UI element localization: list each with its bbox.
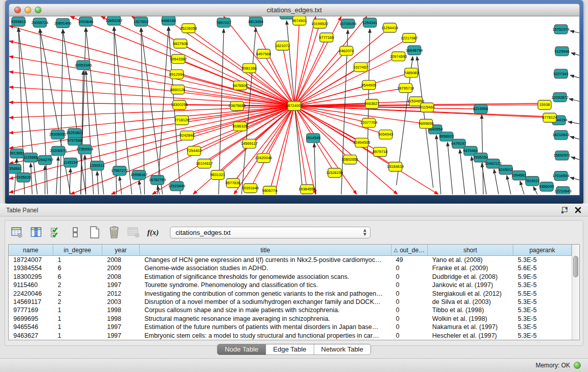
network-node-yellow[interactable]: 15184619	[387, 162, 404, 171]
network-canvas[interactable]: 9355813200557242089140620936461065328715…	[9, 16, 580, 195]
network-node-yellow[interactable]: 16104617	[196, 159, 213, 168]
network-node-teal[interactable]: 8813054	[249, 17, 264, 26]
scrollbar-thumb[interactable]	[573, 256, 578, 277]
black-citation-edge[interactable]	[447, 142, 452, 194]
network-node-teal[interactable]: 17016504	[552, 171, 569, 181]
network-node-yellow[interactable]: 8912954	[169, 70, 184, 79]
network-node-yellow[interactable]: 15938	[538, 100, 551, 110]
network-node-teal[interactable]: 10958167	[130, 170, 147, 180]
zoom-window-button[interactable]	[35, 7, 41, 13]
table-row[interactable]: 1830029562008Estimation of significance …	[9, 273, 572, 281]
network-node-yellow[interactable]: 1621072	[275, 41, 290, 50]
black-citation-edge[interactable]	[482, 163, 486, 194]
network-node-teal[interactable]: 16210643	[552, 130, 569, 140]
column-header-outde[interactable]: △out_de…	[391, 245, 428, 255]
black-citation-edge[interactable]	[60, 29, 63, 194]
tab-node-table[interactable]: Node Table	[217, 344, 266, 355]
black-citation-edge[interactable]	[437, 135, 441, 194]
network-node-yellow[interactable]: 18795718	[397, 83, 414, 93]
black-citation-edge[interactable]	[533, 187, 537, 194]
network-node-yellow[interactable]: 10802651	[341, 155, 358, 164]
table-row[interactable]: 977716911998Corpus callosum shape and si…	[9, 306, 572, 314]
network-node-teal[interactable]: 9356049	[539, 182, 554, 191]
red-citation-edge[interactable]	[294, 88, 406, 106]
network-node-teal[interactable]: 16782759	[149, 176, 166, 185]
network-node-yellow[interactable]: 2462074	[339, 46, 354, 55]
table-row[interactable]: 1456911722003Disruption of a novel membe…	[9, 298, 572, 306]
black-citation-edge[interactable]	[507, 176, 511, 194]
network-node-teal[interactable]: 20053346	[75, 60, 92, 70]
network-node-teal[interactable]: 9356561	[9, 164, 22, 173]
red-citation-edge[interactable]	[264, 54, 294, 106]
table-row[interactable]: 946362711997Embryonic stem cells: a mode…	[9, 332, 572, 340]
column-header-pagerank[interactable]: pagerank	[513, 245, 572, 255]
network-node-yellow[interactable]: 1027467	[353, 62, 368, 72]
black-citation-edge[interactable]	[570, 178, 579, 180]
black-citation-edge[interactable]	[120, 177, 122, 194]
float-panel-icon[interactable]	[560, 206, 569, 214]
network-node-teal[interactable]: 12210643	[554, 187, 571, 194]
network-node-teal[interactable]: 15751074	[552, 25, 569, 34]
network-node-yellow[interactable]: 7254402	[187, 146, 202, 156]
table-row[interactable]: 1872400712008Changes of HCN gene express…	[9, 256, 572, 264]
network-node-yellow[interactable]: 14569117	[241, 139, 258, 148]
row-mode-icon[interactable]	[69, 226, 82, 239]
black-citation-edge[interactable]	[571, 157, 579, 160]
close-window-button[interactable]	[14, 7, 21, 13]
red-citation-edge[interactable]	[294, 106, 357, 194]
black-citation-edge[interactable]	[139, 181, 141, 194]
network-node-teal[interactable]: 2935154	[473, 153, 488, 162]
network-node-teal[interactable]: 7919021	[525, 177, 540, 186]
new-document-icon[interactable]	[88, 226, 101, 239]
black-citation-edge[interactable]	[494, 169, 498, 194]
column-header-name[interactable]: name	[9, 245, 53, 255]
network-node-teal[interactable]: 12923446	[168, 182, 185, 191]
network-node-teal[interactable]: 17359924	[76, 145, 93, 154]
network-node-yellow[interactable]: 8860128	[170, 85, 185, 94]
black-citation-edge[interactable]	[56, 157, 58, 194]
network-node-yellow[interactable]: 8778124	[542, 113, 557, 122]
network-node-yellow[interactable]: 9806774	[263, 186, 277, 194]
red-citation-edge[interactable]	[180, 43, 294, 106]
network-node-teal[interactable]: 1115686	[24, 153, 38, 162]
network-node-teal[interactable]: 1514545	[306, 134, 320, 143]
table-select-dropdown[interactable]: citations_edges.txt ▲▼	[170, 227, 371, 238]
network-node-teal[interactable]: 20206576	[50, 146, 67, 156]
network-node-teal[interactable]: 1145194	[63, 158, 78, 167]
black-citation-edge[interactable]	[571, 53, 579, 55]
red-citation-edge[interactable]	[282, 46, 294, 106]
red-citation-edge[interactable]	[294, 51, 346, 106]
table-row[interactable]: 969969511998Structural magnetic resonanc…	[9, 315, 572, 323]
black-citation-edge[interactable]	[520, 181, 524, 194]
network-node-yellow[interactable]: 7485083	[404, 68, 419, 77]
red-citation-edge[interactable]	[204, 106, 294, 164]
black-citation-edge[interactable]	[97, 171, 99, 194]
network-node-teal[interactable]: 9227343	[554, 69, 569, 78]
network-node-teal[interactable]: 1094561	[512, 171, 527, 180]
black-citation-edge[interactable]	[570, 137, 579, 139]
network-node-teal[interactable]: 9129946	[555, 47, 570, 56]
network-node-yellow[interactable]: 12217987	[401, 33, 418, 42]
red-citation-edge[interactable]	[294, 20, 299, 106]
network-node-yellow[interactable]: 19384554	[298, 185, 315, 194]
minimize-window-button[interactable]	[25, 7, 31, 13]
network-node-teal[interactable]: 20055724	[31, 18, 48, 27]
tab-network-table[interactable]: Network Table	[314, 344, 371, 355]
network-node-yellow[interactable]: 25226058	[180, 24, 197, 33]
black-citation-edge[interactable]	[460, 149, 465, 194]
network-node-yellow[interactable]: 9674901	[292, 16, 307, 25]
network-node-teal[interactable]: 1254341	[362, 18, 377, 27]
black-citation-edge[interactable]	[570, 31, 579, 33]
red-citation-edge[interactable]	[294, 73, 411, 106]
network-node-yellow[interactable]: 8577836	[226, 179, 241, 188]
network-node-teal[interactable]: 9245012	[498, 165, 513, 174]
table-row[interactable]: 2242004622012Investigating the contribut…	[9, 290, 572, 298]
network-node-yellow[interactable]: 10974593	[390, 52, 407, 61]
network-node-yellow[interactable]: 9242848	[180, 131, 194, 140]
column-header-short[interactable]: short	[428, 245, 513, 255]
red-citation-edge[interactable]	[275, 106, 294, 194]
red-citation-edge[interactable]	[294, 28, 390, 106]
black-citation-edge[interactable]	[40, 29, 48, 194]
network-node-yellow[interactable]: 23675685	[229, 101, 246, 111]
red-citation-edge[interactable]	[152, 106, 294, 194]
